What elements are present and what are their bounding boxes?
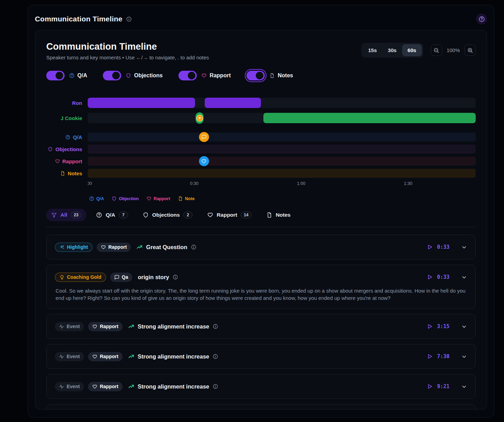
filter-rapport[interactable]: Rapport 14 [202, 209, 256, 221]
speaker-marker[interactable] [196, 112, 204, 124]
activity-icon [59, 324, 64, 329]
toggle-rapport-label: Rapport [210, 72, 231, 79]
axis-tick: 1:30 [404, 181, 412, 186]
chat-icon [114, 275, 119, 280]
chevron-down-icon[interactable] [461, 324, 467, 330]
channel-track-qa [88, 133, 476, 141]
info-icon[interactable] [191, 244, 196, 250]
zoom-in-icon [467, 47, 473, 53]
event-card[interactable]: Event Rapport Strong alignment increase … [46, 344, 476, 369]
time-axis: 0:00 0:30 1:00 1:30 [46, 181, 476, 187]
info-icon[interactable] [213, 354, 218, 359]
zoom-out-button[interactable] [431, 45, 442, 56]
category-badge: Rapport [88, 382, 123, 391]
channel-label-objections: Objections [46, 146, 88, 152]
play-icon[interactable] [427, 274, 433, 280]
trending-up-icon [128, 353, 134, 360]
trending-up-icon [128, 383, 134, 390]
note-icon [60, 171, 65, 176]
note-icon [266, 212, 272, 218]
event-card[interactable]: Event Rapport Strong alignment increase … [46, 374, 476, 399]
qa-event-marker[interactable] [199, 132, 209, 142]
chevron-down-icon[interactable] [461, 354, 467, 360]
filter-objections[interactable]: Objections 2 [138, 209, 197, 221]
sparkles-icon [59, 245, 65, 250]
heart-icon [101, 245, 106, 250]
trending-up-icon [128, 323, 134, 330]
heart-icon [92, 324, 97, 329]
channel-track-notes [88, 169, 476, 178]
zoom-out-icon [433, 47, 439, 53]
panel-title: Communication Timeline [46, 41, 209, 52]
arrow-up-icon [197, 116, 202, 120]
help-icon [478, 16, 485, 22]
event-card[interactable]: Coaching Gold Objection Trust 10:34 [46, 404, 476, 410]
funnel-icon [51, 212, 57, 218]
chevron-down-icon[interactable] [461, 244, 467, 250]
event-time: 0:33 [437, 244, 449, 250]
toggle-qa[interactable] [46, 71, 65, 80]
category-badge: Qa [110, 273, 133, 282]
info-icon[interactable] [213, 384, 218, 389]
activity-icon [59, 354, 64, 359]
event-title: Great Question [146, 244, 187, 251]
event-transcript: Cool. So we always start off with the or… [55, 286, 467, 304]
filter-count: 14 [241, 212, 251, 218]
play-icon[interactable] [427, 323, 433, 330]
legend-label: Rapport [154, 196, 170, 201]
filter-qa[interactable]: Q/A 7 [91, 209, 133, 221]
speaker-row-jcookie: J Cookie [46, 113, 476, 123]
zoom-in-button[interactable] [464, 45, 476, 56]
speaker-label-ron: Ron [46, 100, 88, 106]
title-info-icon[interactable] [126, 16, 132, 22]
note-icon [178, 196, 183, 201]
speaker-turn-bar[interactable] [88, 98, 195, 108]
filter-count: 2 [183, 212, 193, 218]
play-icon[interactable] [427, 383, 433, 390]
play-icon[interactable] [427, 353, 433, 360]
category-badge: Rapport [97, 243, 131, 252]
legend-label: Note [185, 196, 195, 201]
event-card[interactable]: Coaching Gold Qa origin story 0:33 Cool.… [46, 265, 476, 309]
coaching-gold-badge: Coaching Gold [55, 273, 106, 282]
interval-60s-button[interactable]: 60s [402, 44, 422, 56]
activity-icon [59, 384, 64, 389]
speaker-turn-bar[interactable] [205, 98, 261, 108]
communication-timeline-card: Communication Timeline Communication Tim… [28, 5, 494, 418]
speaker-turn-bar[interactable] [263, 113, 476, 123]
help-button[interactable] [476, 13, 487, 24]
toggle-objections[interactable] [103, 71, 121, 80]
channel-track-rapport [88, 157, 476, 166]
toggle-qa-label: Q/A [77, 72, 87, 79]
filter-count: 7 [119, 212, 128, 218]
interval-15s-button[interactable]: 15s [363, 44, 382, 56]
lightbulb-icon [59, 275, 65, 280]
event-card[interactable]: Event Rapport Strong alignment increase … [46, 314, 476, 339]
chevron-down-icon[interactable] [461, 274, 467, 280]
info-icon[interactable] [213, 324, 218, 329]
trending-up-icon [136, 244, 143, 250]
timeline-legend: Q/A Objection Rapport Note [89, 196, 476, 201]
highlight-badge: Highlight [55, 243, 93, 252]
axis-tick: 1:00 [297, 181, 305, 186]
channel-track-objections [88, 145, 476, 154]
filter-all[interactable]: All 23 [46, 209, 86, 221]
channel-label-rapport: Rapport [46, 158, 88, 164]
filter-notes[interactable]: Notes [261, 209, 295, 221]
axis-tick: 0:00 [88, 181, 92, 186]
toggle-notes[interactable] [246, 71, 265, 80]
page-title: Communication Timeline [35, 15, 123, 23]
heart-icon [201, 158, 207, 164]
panel-subtitle: Speaker turns and key moments • Use ←/→ … [46, 55, 209, 60]
toggle-rapport[interactable] [178, 71, 197, 80]
event-title: origin story [138, 274, 169, 281]
event-card[interactable]: Highlight Rapport Great Question 0:33 [46, 235, 476, 259]
legend-label: Objection [119, 196, 139, 201]
chevron-down-icon[interactable] [461, 384, 467, 390]
interval-30s-button[interactable]: 30s [382, 44, 402, 56]
event-title: Strong alignment increase [138, 353, 209, 360]
play-icon[interactable] [427, 244, 433, 250]
info-icon[interactable] [173, 274, 178, 280]
rapport-event-marker[interactable] [199, 156, 209, 166]
qa-icon [89, 196, 94, 201]
